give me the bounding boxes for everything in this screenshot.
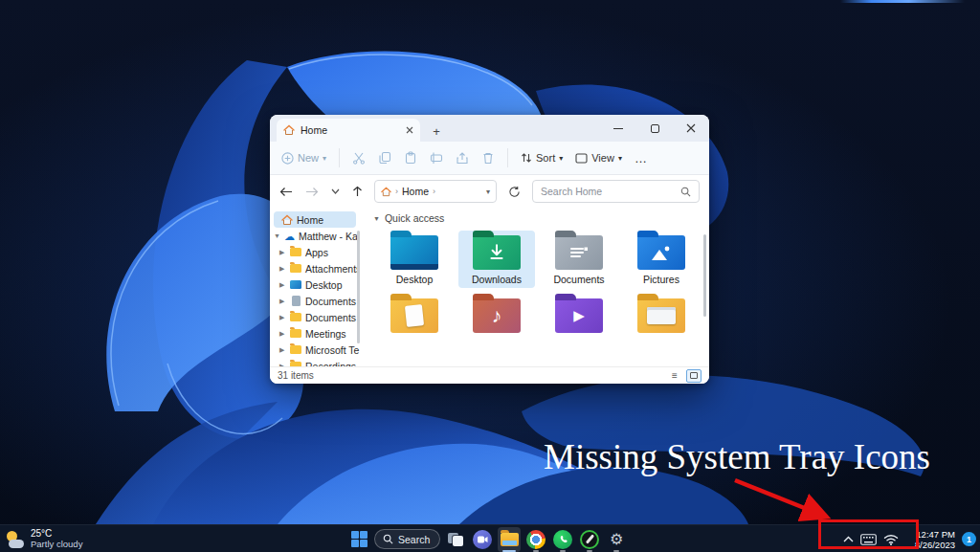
chevron-down-icon[interactable]: ▼ [274,232,280,239]
search-input[interactable] [541,186,680,197]
file-explorer-icon [501,533,519,546]
windows-logo-icon [351,531,368,547]
copy-icon[interactable] [378,151,391,165]
more-options-button[interactable]: … [635,151,648,166]
new-button[interactable]: New▾ [281,152,326,165]
capture-app-button[interactable] [578,527,601,552]
sidebar-item-meetings[interactable]: ▶ Meetings [270,325,360,342]
sidebar-item-onedrive[interactable]: ▼ ☁ Matthew - Ka [270,228,360,244]
chevron-right-icon[interactable]: ▶ [279,281,286,289]
settings-gear-icon: ⚙ [610,532,623,547]
music-folder-icon: ♪ [473,298,521,333]
wallpaper-glow [840,0,965,3]
search-icon [680,187,691,197]
view-button[interactable]: View▾ [575,152,622,164]
file-explorer-button[interactable] [498,527,521,552]
tile-desktop[interactable]: Desktop [376,231,453,288]
forward-icon[interactable] [305,187,319,197]
tile-local-documents[interactable] [376,294,453,340]
search-box[interactable] [532,180,700,203]
weather-widget[interactable]: 25°C Partly cloudy [6,525,82,552]
explorer-tab-home[interactable]: Home [277,119,420,142]
chevron-right-icon[interactable]: ▶ [279,330,286,338]
new-tab-button[interactable]: + [426,121,447,142]
tab-title: Home [301,124,400,136]
home-icon [281,214,293,226]
weather-condition: Partly cloudy [31,540,82,550]
sidebar-item-attachments[interactable]: ▶ Attachments [270,260,360,276]
refresh-icon[interactable] [508,186,521,198]
up-icon[interactable] [352,186,363,197]
weather-temp: 25°C [31,529,82,540]
chevron-right-icon[interactable]: ▶ [279,314,286,321]
whatsapp-icon [553,530,572,549]
sort-arrows-icon [521,152,532,164]
whatsapp-button[interactable] [551,527,574,552]
videos-folder-icon: ▶ [555,298,603,333]
chevron-right-icon[interactable]: ▶ [279,265,286,273]
quick-access-header[interactable]: ▼ Quick access [373,212,709,224]
recent-locations-icon[interactable] [331,188,340,194]
title-bar: Home + [270,115,709,142]
close-button[interactable] [673,115,709,142]
screenshots-folder-icon [637,298,685,333]
delete-icon[interactable] [481,151,495,165]
search-icon [383,534,393,544]
thumbnail-view-button[interactable] [686,369,702,383]
teams-chat-button[interactable] [471,527,494,552]
tile-documents[interactable]: Documents [541,231,617,288]
address-dropdown-icon[interactable]: ▾ [486,188,490,196]
tile-downloads[interactable]: Downloads [458,231,535,288]
navigation-bar: › Home › ▾ [270,175,709,208]
back-icon[interactable] [279,187,293,197]
paste-icon[interactable] [404,151,417,165]
task-view-button[interactable] [444,527,467,552]
sidebar-item-desktop[interactable]: ▶ Desktop [270,276,360,293]
navigation-pane: Home ▼ ☁ Matthew - Ka ▶ Apps ▶ Attachmen… [270,208,360,366]
folder-icon [290,248,301,256]
chevron-down-icon[interactable]: ▼ [373,215,380,222]
address-bar[interactable]: › Home › ▾ [374,180,497,203]
start-button[interactable] [347,527,370,552]
tab-close-icon[interactable] [406,126,413,134]
capture-app-icon [580,530,599,549]
sidebar-item-apps[interactable]: ▶ Apps [270,244,360,260]
tile-pictures[interactable]: Pictures [623,231,700,288]
chevron-right-icon[interactable]: ▶ [279,346,286,354]
desktop: Home + New▾ [0,0,980,552]
downloads-folder-icon [473,235,521,270]
minimize-button[interactable] [600,115,636,142]
sidebar-item-home[interactable]: Home [274,211,356,228]
maximize-button[interactable] [636,115,673,142]
details-view-button[interactable]: ≡ [667,369,682,383]
cut-icon[interactable] [352,151,366,165]
folder-view: ▼ Quick access Desktop Downloads [360,208,709,366]
plus-circle-icon [281,152,294,165]
sidebar-item-microsoft-teams[interactable]: ▶ Microsoft Te [270,342,360,358]
view-icon [575,153,588,164]
share-icon[interactable] [456,151,469,165]
tile-screenshots[interactable] [623,294,700,340]
settings-button[interactable]: ⚙ [605,527,628,552]
sidebar-item-documents-2[interactable]: ▶ Documents [270,309,360,325]
pictures-folder-icon [637,235,685,270]
chevron-right-icon[interactable]: ▶ [279,249,286,256]
chevron-right-icon[interactable]: ▶ [279,298,286,305]
task-view-icon [448,533,463,546]
desktop-icon [290,280,301,289]
chrome-button[interactable] [524,527,547,552]
notification-badge[interactable]: 1 [962,532,976,546]
desktop-folder-icon [390,235,438,270]
content-scrollbar[interactable] [703,234,706,317]
rename-icon[interactable] [430,151,443,165]
document-icon [292,296,301,306]
item-count: 31 items [278,370,314,381]
breadcrumb[interactable]: Home [402,186,429,197]
tile-music[interactable]: ♪ [458,294,535,340]
sort-button[interactable]: Sort▾ [521,152,563,164]
sidebar-item-documents[interactable]: ▶ Documents [270,293,360,309]
taskbar-search[interactable]: Search [374,529,440,549]
tile-videos[interactable]: ▶ [541,294,617,340]
folder-icon [290,264,301,273]
documents-folder-icon [555,235,603,270]
